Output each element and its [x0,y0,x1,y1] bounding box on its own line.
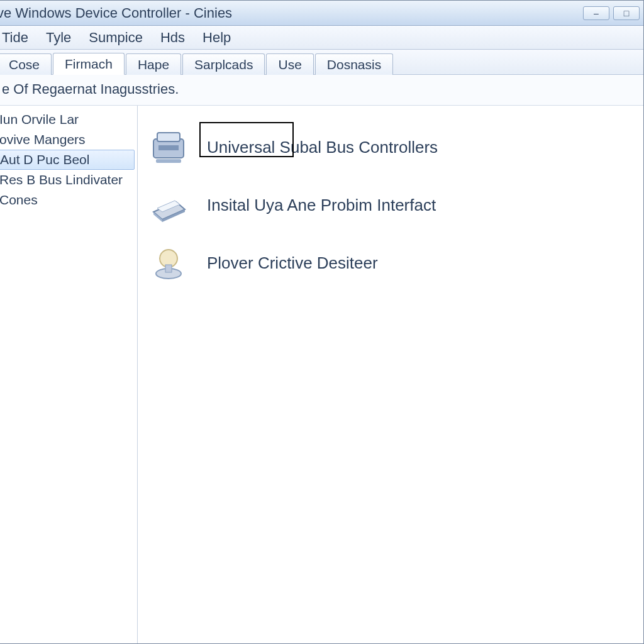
content-entry-1[interactable]: Insital Uya Ane Probim Interfact [144,176,637,234]
content-entry-1-label: Insital Uya Ane Probim Interfact [207,196,436,215]
menu-item-tyle[interactable]: Tyle [46,30,71,46]
content-entry-2-label: Plover Crictive Desiteer [207,253,378,273]
menu-bar: Tide Tyle Sumpice Hds Help [0,26,643,50]
device-hub-icon [148,128,189,166]
sidebar-item-2[interactable]: Aut D Puc Beol [0,150,135,170]
tab-hape[interactable]: Hape [126,53,181,75]
subheader: e Of Regaernat Inagusstries. [0,75,643,106]
content-entry-0[interactable]: Universal Subal Bus Controllers [144,118,637,176]
title-bar: ve Windows Device Controller - Cinies – … [0,1,643,26]
maximize-button[interactable]: □ [613,6,640,20]
svg-rect-1 [157,133,180,142]
content-entry-0-label: Universal Subal Bus Controllers [207,138,438,157]
sidebar: Iun Orvile Lar ovive Mangers Aut D Puc B… [0,106,138,643]
sidebar-item-4[interactable]: Cones [0,190,137,210]
app-window: ve Windows Device Controller - Cinies – … [0,0,644,644]
tab-dosnasis[interactable]: Dosnasis [315,53,393,75]
tab-use[interactable]: Use [266,53,313,75]
tab-firmach[interactable]: Firmach [53,53,125,75]
content-pane: Universal Subal Bus Controllers Insital … [138,106,643,643]
svg-rect-3 [156,159,181,163]
tab-sarplcads[interactable]: Sarplcads [182,53,265,75]
svg-rect-2 [158,145,179,150]
menu-item-tide[interactable]: Tide [2,30,28,46]
window-title: ve Windows Device Controller - Cinies [0,5,232,21]
main-area: Iun Orvile Lar ovive Mangers Aut D Puc B… [0,106,643,643]
tab-cose[interactable]: Cose [0,53,52,75]
window-controls: – □ [583,6,640,20]
scanner-icon [148,186,189,224]
sidebar-item-3[interactable]: Res B Bus Lindivater [0,170,137,190]
sidebar-item-0[interactable]: Iun Orvile Lar [0,109,137,130]
svg-rect-10 [165,265,172,272]
menu-item-hds[interactable]: Hds [160,30,185,46]
sidebar-item-1[interactable]: ovive Mangers [0,130,137,150]
menu-item-help[interactable]: Help [203,30,231,46]
minimize-button[interactable]: – [583,6,609,20]
bulb-icon [148,244,189,282]
menu-item-sumpice[interactable]: Sumpice [89,30,143,46]
tab-bar: Cose Firmach Hape Sarplcads Use Dosnasis [0,50,643,75]
content-entry-2[interactable]: Plover Crictive Desiteer [144,234,637,292]
